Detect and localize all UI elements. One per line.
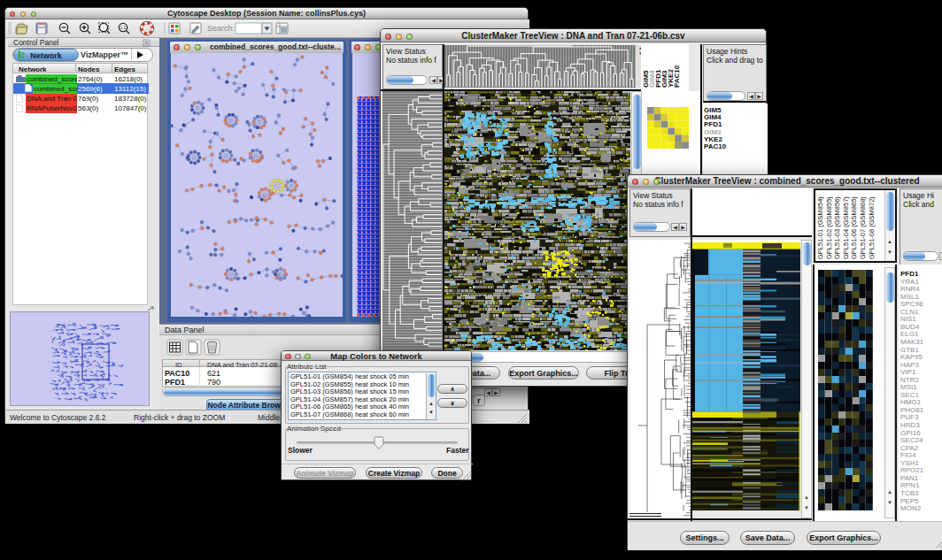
- svg-text:Search:: Search:: [207, 24, 235, 33]
- svg-text:PAC10: PAC10: [673, 65, 681, 88]
- svg-text:1:1: 1:1: [120, 26, 127, 30]
